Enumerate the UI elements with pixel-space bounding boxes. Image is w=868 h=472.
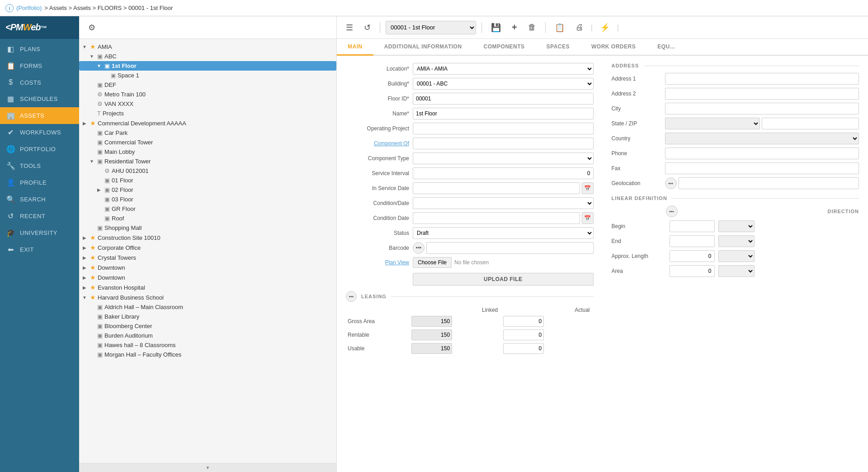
linear-more-icon[interactable]: •••	[666, 205, 678, 217]
zip-input[interactable]	[762, 118, 859, 129]
sidebar-item-schedules[interactable]: ▦ SCHEDULES	[0, 91, 79, 107]
expand-evanston[interactable]: ▶	[81, 285, 88, 290]
tree-node-01-floor[interactable]: ▣ 01 Floor	[79, 176, 336, 185]
tree-node-bloomberg[interactable]: ▣ Bloomberg Center	[79, 321, 336, 331]
tree-node-baker[interactable]: ▣ Baker Library	[79, 312, 336, 321]
tree-settings-button[interactable]: ⚙	[85, 21, 99, 34]
tab-main[interactable]: MAIN	[337, 39, 373, 56]
in-service-date-calendar-icon[interactable]: 📅	[582, 182, 594, 194]
tree-node-commercial-tower[interactable]: ▣ Commercial Tower	[79, 138, 336, 147]
tab-spaces[interactable]: SPACES	[536, 39, 580, 56]
status-select[interactable]: Draft	[413, 227, 594, 239]
tree-node-hawes[interactable]: ▣ Hawes hall – 8 Classrooms	[79, 340, 336, 350]
print-button[interactable]: 🖨	[572, 21, 587, 34]
phone-input[interactable]	[665, 148, 859, 159]
delete-button[interactable]: 🗑	[524, 21, 540, 34]
expand-commercial-dev[interactable]: ▶	[81, 121, 88, 126]
sidebar-item-profile[interactable]: 👤 PROFILE	[0, 174, 79, 191]
tree-node-gr-floor[interactable]: ▣ GR Floor	[79, 204, 336, 214]
tree-node-metro-train[interactable]: ⚙ Metro Train 100	[79, 90, 336, 99]
expand-abc[interactable]: ▼	[88, 54, 95, 59]
location-select[interactable]: AMIA - AMIA	[413, 63, 594, 75]
barcode-input[interactable]	[426, 242, 594, 254]
portfolio-link[interactable]: (Portfolio)	[16, 5, 42, 11]
sidebar-item-exit[interactable]: ⬅ EXIT	[0, 241, 79, 258]
operating-project-input[interactable]	[413, 123, 594, 134]
country-select[interactable]	[665, 133, 859, 144]
tree-node-morgan[interactable]: ▣ Morgan Hall – Faculty Offices	[79, 350, 336, 359]
tree-node-shopping-mall[interactable]: ▣ Shopping Mall	[79, 223, 336, 233]
expand-downtown1[interactable]: ▶	[81, 265, 88, 270]
condition-date-select[interactable]	[413, 197, 594, 209]
expand-amia[interactable]: ▼	[81, 44, 88, 49]
sidebar-item-costs[interactable]: $ COSTS	[0, 74, 79, 91]
sidebar-item-forms[interactable]: 📋 FORMS	[0, 57, 79, 74]
address2-input[interactable]	[665, 88, 859, 100]
fax-input[interactable]	[665, 162, 859, 174]
tree-node-space1[interactable]: ▣ Space 1	[79, 71, 336, 80]
tree-node-harvard[interactable]: ▼ ★ Harvard Business School	[79, 292, 336, 302]
tree-node-commercial-dev[interactable]: ▶ ★ Commercial Development AAAAA	[79, 118, 336, 128]
sidebar-item-university[interactable]: 🎓 UNIVERSITY	[0, 224, 79, 241]
end-input[interactable]	[670, 235, 715, 247]
plan-view-label[interactable]: Plan View	[346, 259, 409, 266]
component-type-select[interactable]	[413, 153, 594, 164]
area-input[interactable]	[670, 265, 715, 277]
sidebar-item-recent[interactable]: ↺ RECENT	[0, 208, 79, 224]
upload-file-button[interactable]: UPLOAD FILE	[413, 273, 594, 286]
component-of-input[interactable]	[413, 138, 594, 149]
tree-node-evanston[interactable]: ▶ ★ Evanston Hospital	[79, 282, 336, 292]
geolocation-more-icon[interactable]: •••	[665, 177, 677, 189]
tab-equ[interactable]: EQU...	[646, 39, 686, 56]
area-select[interactable]	[718, 265, 755, 277]
barcode-more-icon[interactable]: •••	[413, 242, 425, 254]
expand-downtown2[interactable]: ▶	[81, 275, 88, 280]
tree-node-03-floor[interactable]: ▣ 03 Floor	[79, 195, 336, 204]
tree-node-residential-tower[interactable]: ▼ ▣ Residential Tower	[79, 157, 336, 166]
sidebar-item-search[interactable]: 🔍 SEARCH	[0, 191, 79, 208]
gross-area-actual[interactable]	[503, 316, 544, 327]
expand-02-floor[interactable]: ▶	[95, 187, 103, 192]
tree-node-downtown2[interactable]: ▶ ★ Downtown	[79, 272, 336, 282]
rentable-actual[interactable]	[503, 329, 544, 340]
sidebar-item-workflows[interactable]: ✔ WORKFLOWS	[0, 124, 79, 141]
expand-residential[interactable]: ▼	[88, 159, 95, 164]
expand-harvard[interactable]: ▼	[81, 295, 88, 300]
tree-node-ahu[interactable]: ⚙ AHU 0012001	[79, 166, 336, 176]
end-select[interactable]	[718, 235, 755, 247]
tab-work-orders[interactable]: WORK ORDERS	[580, 39, 646, 56]
floor-id-input[interactable]	[413, 93, 594, 105]
expand-corporate[interactable]: ▶	[81, 245, 88, 250]
begin-select[interactable]	[718, 220, 755, 232]
tree-node-burden[interactable]: ▣ Burden Auditorium	[79, 331, 336, 340]
copy-button[interactable]: 📋	[551, 21, 568, 34]
usable-linked[interactable]	[411, 343, 452, 354]
expand-crystal[interactable]: ▶	[81, 255, 88, 260]
tree-node-def[interactable]: ▣ DEF	[79, 80, 336, 90]
gross-area-linked[interactable]	[411, 316, 452, 327]
sidebar-item-plans[interactable]: ◧ PLANS	[0, 41, 79, 57]
name-input[interactable]	[413, 108, 594, 119]
list-view-button[interactable]: ☰	[342, 21, 357, 34]
rentable-linked[interactable]	[411, 329, 452, 340]
building-select[interactable]: 00001 - ABC	[413, 78, 594, 90]
city-input[interactable]	[665, 103, 859, 114]
tree-node-roof[interactable]: ▣ Roof	[79, 214, 336, 223]
undo-button[interactable]: ↺	[360, 21, 374, 34]
bolt-button[interactable]: ⚡	[596, 21, 613, 34]
sidebar-item-portfolio[interactable]: 🌐 PORTFOLIO	[0, 141, 79, 157]
state-select[interactable]	[665, 118, 760, 129]
add-button[interactable]: +	[508, 20, 521, 34]
approx-length-select[interactable]	[718, 250, 755, 262]
component-of-label[interactable]: Component Of	[346, 140, 409, 147]
tree-node-car-park[interactable]: ▣ Car Park	[79, 128, 336, 138]
condition-date2-calendar-icon[interactable]: 📅	[582, 212, 594, 224]
expand-1st-floor[interactable]: ▼	[95, 63, 103, 68]
tree-node-construction-site[interactable]: ▶ ★ Construction Site 10010	[79, 233, 336, 243]
begin-input[interactable]	[670, 220, 715, 232]
condition-date2-input[interactable]	[413, 212, 580, 224]
choose-file-button[interactable]: Choose File	[413, 257, 452, 268]
service-interval-input[interactable]	[413, 167, 594, 179]
usable-actual[interactable]	[503, 343, 544, 354]
tree-node-abc[interactable]: ▼ ▣ ABC	[79, 52, 336, 61]
